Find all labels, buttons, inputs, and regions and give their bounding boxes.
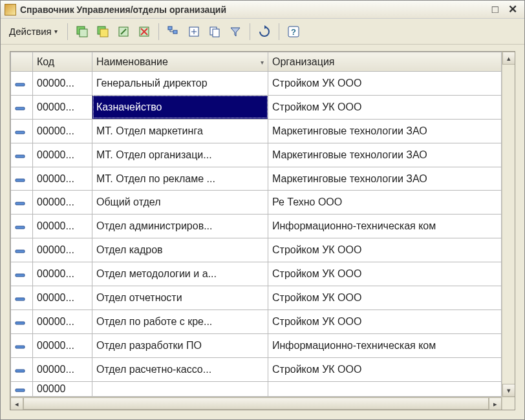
row-icon-cell — [11, 286, 33, 310]
name-cell[interactable] — [92, 381, 268, 396]
column-header-code[interactable]: Код — [33, 52, 92, 72]
org-cell[interactable]: Стройком УК ООО — [268, 310, 502, 333]
table-row[interactable]: 00000...Отдел разработки ПОИнформационно… — [11, 333, 502, 357]
code-cell[interactable]: 00000... — [33, 333, 92, 357]
org-cell[interactable] — [268, 381, 502, 396]
table-row[interactable]: 00000...Общий отделРе Техно ООО — [11, 191, 502, 215]
scroll-up-button[interactable]: ▴ — [502, 52, 515, 65]
column-header-name[interactable]: Наименование ▾ — [92, 52, 268, 72]
table-row[interactable]: 00000...Отдел расчетно-кассо...Стройком … — [11, 357, 502, 381]
name-cell[interactable]: Казначейство — [92, 95, 268, 119]
code-cell[interactable]: 00000... — [33, 286, 92, 310]
org-cell[interactable]: Ре Техно ООО — [268, 191, 502, 215]
org-cell[interactable]: Стройком УК ООО — [268, 357, 502, 381]
code-cell[interactable]: 00000... — [33, 167, 92, 191]
scroll-track[interactable] — [23, 397, 489, 410]
code-cell[interactable]: 00000... — [33, 238, 92, 262]
name-cell[interactable]: Отдел отчетности — [92, 286, 268, 310]
table-row[interactable]: 00000...Генеральный директорСтройком УК … — [11, 72, 502, 96]
actions-menu-button[interactable]: Действия ▾ — [5, 22, 62, 41]
copy-button[interactable] — [206, 23, 224, 41]
code-cell[interactable]: 00000... — [33, 191, 92, 215]
table-row[interactable]: 00000...МТ. Отдел организаци...Маркетинг… — [11, 143, 502, 167]
code-cell[interactable]: 00000... — [33, 119, 92, 143]
actions-menu-label: Действия — [9, 26, 52, 37]
org-cell[interactable]: Маркетинговые технологии ЗАО — [268, 143, 502, 167]
sort-indicator-icon: ▾ — [261, 58, 264, 65]
name-cell[interactable]: Общий отдел — [92, 191, 268, 215]
filter-button[interactable] — [226, 23, 244, 41]
hierarchy-button[interactable] — [164, 23, 182, 41]
move-group-button[interactable] — [185, 23, 203, 41]
toolbar-separator — [158, 23, 159, 40]
item-icon — [15, 320, 27, 325]
scroll-down-button[interactable]: ▾ — [502, 384, 515, 397]
table-row[interactable]: 00000...Отдел методологии и а...Стройком… — [11, 262, 502, 286]
code-cell[interactable]: 00000... — [33, 310, 92, 333]
app-icon — [5, 4, 16, 16]
horizontal-scrollbar[interactable]: ◂ ▸ — [10, 397, 515, 410]
name-cell[interactable]: Отдел администриров... — [92, 215, 268, 238]
scroll-thumb[interactable] — [23, 397, 489, 410]
table-row[interactable]: 00000...Отдел отчетностиСтройком УК ООО — [11, 286, 502, 310]
titlebar: Справочник Управления/отделы организаций… — [1, 1, 524, 19]
table-row[interactable]: 00000 — [11, 381, 502, 396]
table-row[interactable]: 00000...Отдел кадровСтройком УК ООО — [11, 238, 502, 262]
add-item-button[interactable] — [73, 23, 91, 41]
data-grid[interactable]: Код Наименование ▾ Организация 00000...Г… — [10, 52, 502, 397]
scroll-track[interactable] — [502, 65, 515, 384]
code-cell[interactable]: 00000... — [33, 72, 92, 96]
refresh-button[interactable] — [255, 23, 273, 41]
item-icon — [15, 177, 27, 182]
name-cell[interactable]: Отдел методологии и а... — [92, 262, 268, 286]
org-cell[interactable]: Стройком УК ООО — [268, 262, 502, 286]
edit-button[interactable] — [114, 23, 133, 41]
mark-delete-icon — [138, 25, 151, 38]
name-cell[interactable]: МТ. Отдел организаци... — [92, 143, 268, 167]
column-header-icon[interactable] — [11, 52, 33, 72]
table-row[interactable]: 00000...Отдел администриров...Информацио… — [11, 215, 502, 238]
table-row[interactable]: 00000...КазначействоСтройком УК ООО — [11, 95, 502, 119]
code-cell[interactable]: 00000... — [33, 357, 92, 381]
svg-rect-6 — [168, 26, 172, 30]
item-icon — [15, 368, 27, 373]
help-button[interactable]: ? — [284, 23, 303, 41]
org-cell[interactable]: Маркетинговые технологии ЗАО — [268, 167, 502, 191]
add-group-button[interactable] — [94, 23, 112, 41]
name-cell[interactable]: Отдел кадров — [92, 238, 268, 262]
table-row[interactable]: 00000...МТ. Отдел маркетингаМаркетинговы… — [11, 119, 502, 143]
name-cell[interactable]: Отдел расчетно-кассо... — [92, 357, 268, 381]
grid-frame: Код Наименование ▾ Организация 00000...Г… — [10, 51, 515, 410]
name-cell[interactable]: Отдел разработки ПО — [92, 333, 268, 357]
mark-delete-button[interactable] — [135, 23, 153, 41]
org-cell[interactable]: Маркетинговые технологии ЗАО — [268, 119, 502, 143]
row-icon-cell — [11, 95, 33, 119]
table-row[interactable]: 00000...Отдел по работе с кре...Стройком… — [11, 310, 502, 333]
name-cell[interactable]: МТ. Отдел маркетинга — [92, 119, 268, 143]
table-row[interactable]: 00000...МТ. Отдел по рекламе ...Маркетин… — [11, 167, 502, 191]
name-cell[interactable]: Отдел по работе с кре... — [92, 310, 268, 333]
row-icon-cell — [11, 215, 33, 238]
code-cell[interactable]: 00000... — [33, 262, 92, 286]
code-cell[interactable]: 00000 — [33, 381, 92, 396]
hierarchy-icon — [167, 25, 180, 38]
org-cell[interactable]: Информационно-техническая ком — [268, 333, 502, 357]
svg-rect-24 — [16, 346, 25, 348]
close-button[interactable]: ✕ — [505, 3, 520, 17]
code-cell[interactable]: 00000... — [33, 143, 92, 167]
code-cell[interactable]: 00000... — [33, 215, 92, 238]
row-icon-cell — [11, 167, 33, 191]
scroll-right-button[interactable]: ▸ — [489, 397, 502, 410]
org-cell[interactable]: Стройком УК ООО — [268, 72, 502, 96]
code-cell[interactable]: 00000... — [33, 95, 92, 119]
org-cell[interactable]: Информационно-техническая ком — [268, 215, 502, 238]
name-cell[interactable]: МТ. Отдел по рекламе ... — [92, 167, 268, 191]
org-cell[interactable]: Стройком УК ООО — [268, 238, 502, 262]
maximize-button[interactable]: □ — [488, 3, 503, 17]
org-cell[interactable]: Стройком УК ООО — [268, 95, 502, 119]
vertical-scrollbar[interactable]: ▴ ▾ — [502, 52, 515, 397]
name-cell[interactable]: Генеральный директор — [92, 72, 268, 96]
org-cell[interactable]: Стройком УК ООО — [268, 286, 502, 310]
scroll-left-button[interactable]: ◂ — [10, 397, 23, 410]
column-header-org[interactable]: Организация — [268, 52, 502, 72]
